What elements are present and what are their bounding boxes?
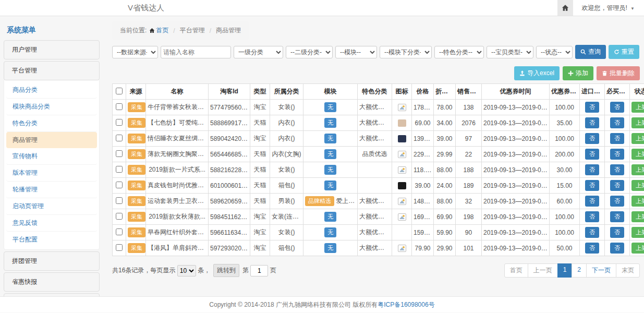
filter-select-8[interactable]: --状态-- xyxy=(536,46,573,58)
row-checkbox[interactable] xyxy=(116,244,123,251)
row-checkbox[interactable] xyxy=(116,119,123,126)
filter-select-7[interactable]: --宝贝类型-- xyxy=(487,46,533,58)
status-button[interactable]: 上架 xyxy=(631,102,644,113)
breadcrumb-home-link[interactable]: 首页 xyxy=(149,26,168,35)
row-checkbox[interactable] xyxy=(116,150,123,157)
module-badge[interactable]: 无 xyxy=(324,243,336,253)
status-button[interactable]: 上架 xyxy=(631,180,644,191)
per-page-select[interactable]: 10 xyxy=(177,265,196,276)
must-buy-toggle-button[interactable]: 否 xyxy=(610,133,624,144)
row-checkbox[interactable] xyxy=(116,103,123,110)
row-checkbox[interactable] xyxy=(116,135,123,141)
sidebar-item-版本管理[interactable]: 版本管理 xyxy=(6,165,97,182)
row-checkbox[interactable] xyxy=(116,197,123,204)
status-button[interactable]: 上架 xyxy=(631,211,644,222)
row-checkbox[interactable] xyxy=(116,228,123,235)
module-badge[interactable]: 无 xyxy=(324,165,336,175)
page-button-1[interactable]: 1 xyxy=(557,263,573,278)
page-button-首页[interactable]: 首页 xyxy=(504,263,528,278)
icp-link[interactable]: 粤ICP备16098006号 xyxy=(378,300,434,309)
status-button[interactable]: 上架 xyxy=(631,243,644,254)
search-button[interactable]: 查询 xyxy=(575,45,606,59)
filter-select-5[interactable]: --模块下分类-- xyxy=(380,46,432,58)
sidebar-item-宣传物料[interactable]: 宣传物料 xyxy=(6,148,97,165)
product-name-cell: 情侣睡衣女夏丝绸男士... xyxy=(146,131,209,147)
row-checkbox[interactable] xyxy=(116,182,123,188)
sales-count-cell: 198 xyxy=(456,209,482,225)
sidebar-section-用户管理[interactable]: 用户管理 xyxy=(4,40,100,59)
row-checkbox[interactable] xyxy=(116,166,123,173)
page-button-末页[interactable]: 末页 xyxy=(616,263,640,278)
must-buy-toggle-button[interactable]: 否 xyxy=(610,243,624,254)
add-button[interactable]: 添加 xyxy=(563,66,593,80)
page-button-上一页[interactable]: 上一页 xyxy=(528,263,558,278)
module-badge[interactable]: 无 xyxy=(324,227,336,237)
filter-select-6[interactable]: --特色分类-- xyxy=(434,46,484,58)
batch-delete-button[interactable]: 批量删除 xyxy=(597,66,640,80)
must-buy-toggle-button[interactable]: 否 xyxy=(610,117,624,128)
import-toggle-button[interactable]: 否 xyxy=(585,227,599,238)
import-select-cell: 否 xyxy=(580,131,605,147)
sidebar-item-平台配置[interactable]: 平台配置 xyxy=(6,232,97,248)
user-menu[interactable]: 欢迎您，管理员! ▼ xyxy=(581,4,635,13)
price-cell: 69.00 xyxy=(412,115,434,131)
status-button[interactable]: 上架 xyxy=(631,117,644,128)
module-badge[interactable]: 无 xyxy=(324,212,336,222)
jump-page-input[interactable] xyxy=(250,265,268,276)
module-badge[interactable]: 无 xyxy=(324,134,336,143)
sidebar-item-特色分类[interactable]: 特色分类 xyxy=(6,115,97,132)
must-buy-toggle-button[interactable]: 否 xyxy=(610,180,624,191)
import-toggle-button[interactable]: 否 xyxy=(585,164,599,175)
module-badge[interactable]: 无 xyxy=(324,118,336,128)
status-button[interactable]: 上架 xyxy=(631,149,644,160)
sidebar-item-轮播管理[interactable]: 轮播管理 xyxy=(6,182,97,198)
module-cell: 无 xyxy=(303,178,358,194)
status-button[interactable]: 上架 xyxy=(631,133,644,144)
import-toggle-button[interactable]: 否 xyxy=(585,211,599,222)
sidebar-item-商品管理[interactable]: 商品管理 xyxy=(6,132,97,148)
module-badge[interactable]: 无 xyxy=(324,102,336,112)
module-badge[interactable]: 无 xyxy=(324,180,336,190)
sidebar-item-商品分类[interactable]: 商品分类 xyxy=(6,82,97,99)
sidebar-item-启动页管理[interactable]: 启动页管理 xyxy=(6,198,97,215)
sidebar-section-消息管理[interactable]: 消息管理 xyxy=(4,293,100,296)
status-button[interactable]: 上架 xyxy=(631,196,644,207)
sidebar-section-平台管理[interactable]: 平台管理 xyxy=(4,61,100,80)
home-button[interactable] xyxy=(557,0,573,16)
import-toggle-button[interactable]: 否 xyxy=(585,180,599,191)
reset-button[interactable]: 重置 xyxy=(609,45,639,59)
must-buy-toggle-button[interactable]: 否 xyxy=(610,196,624,207)
select-all-checkbox[interactable] xyxy=(116,88,123,94)
must-buy-toggle-button[interactable]: 否 xyxy=(610,102,624,113)
name-search-input[interactable] xyxy=(161,46,231,58)
import-toggle-button[interactable]: 否 xyxy=(585,243,599,254)
filter-select-3[interactable]: --二级分类-- xyxy=(286,46,333,58)
must-buy-toggle-button[interactable]: 否 xyxy=(610,149,624,160)
import-toggle-button[interactable]: 否 xyxy=(585,149,599,160)
sidebar-section-拼团管理[interactable]: 拼团管理 xyxy=(4,251,100,271)
filter-select-4[interactable]: --模块-- xyxy=(335,46,377,58)
page-button-2[interactable]: 2 xyxy=(572,263,587,278)
module-cell: 无 xyxy=(303,225,358,240)
module-badge[interactable]: 无 xyxy=(324,149,336,159)
sidebar-item-模块商品分类[interactable]: 模块商品分类 xyxy=(6,99,97,115)
import-toggle-button[interactable]: 否 xyxy=(585,102,599,113)
must-buy-toggle-button[interactable]: 否 xyxy=(610,211,624,222)
image-placeholder-icon xyxy=(398,198,406,205)
must-buy-toggle-button[interactable]: 否 xyxy=(610,164,624,175)
import-toggle-button[interactable]: 否 xyxy=(585,196,599,207)
sidebar-section-省惠快报[interactable]: 省惠快报 xyxy=(4,272,100,292)
status-button[interactable]: 上架 xyxy=(631,227,644,238)
jump-button[interactable]: 跳转到 xyxy=(213,264,239,277)
import-toggle-button[interactable]: 否 xyxy=(585,133,599,144)
import-toggle-button[interactable]: 否 xyxy=(585,117,599,128)
sidebar-item-意见反馈[interactable]: 意见反馈 xyxy=(6,215,97,232)
status-button[interactable]: 上架 xyxy=(631,164,644,175)
module-badge[interactable]: 品牌精选 xyxy=(305,196,334,206)
import-excel-button[interactable]: 导入excel xyxy=(514,66,560,80)
page-button-下一页[interactable]: 下一页 xyxy=(586,263,616,278)
filter-select-2[interactable]: 一级分类 xyxy=(234,46,283,58)
must-buy-toggle-button[interactable]: 否 xyxy=(610,227,624,238)
row-checkbox[interactable] xyxy=(116,213,123,220)
filter-select-0[interactable]: --数据来源-- xyxy=(112,46,158,58)
